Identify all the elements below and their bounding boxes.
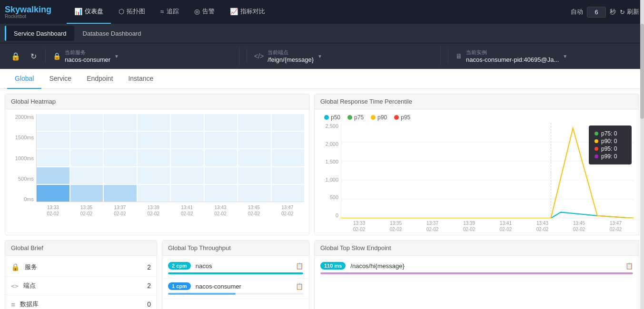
throughput-name-2: nacos-consumer — [191, 283, 296, 290]
rx-label-3: 13:3702-02 — [426, 220, 439, 232]
nav-items: 📊 仪表盘 ⬡ 拓扑图 ≈ 追踪 ◎ 告警 📈 指标对比 — [67, 0, 571, 24]
heatmap-cell — [70, 167, 103, 184]
y-label-1000: 1000ms — [15, 155, 34, 161]
nav-item-topology[interactable]: ⬡ 拓扑图 — [111, 0, 153, 24]
service-icon: 🔒 — [53, 52, 61, 60]
auto-label: 自动 — [571, 8, 583, 16]
throughput-copy-1[interactable]: 📋 — [296, 262, 303, 270]
scrollbar-thumb[interactable] — [640, 24, 644, 119]
refresh-button[interactable]: ↻ 刷新 — [620, 8, 639, 16]
endpoint-icon: </> — [254, 52, 264, 60]
heatmap-grid — [37, 114, 304, 202]
heatmap-col-1 — [37, 114, 69, 202]
main-content: Global Service Endpoint Instance Global … — [0, 69, 644, 309]
current-instance-label: 当前实例 — [466, 49, 559, 56]
brief-endpoint-label: 端点 — [23, 281, 143, 290]
tooltip-dot-p95 — [594, 147, 598, 151]
response-panel: Global Response Time Percentile p50 p75 — [314, 94, 639, 235]
heatmap-body: 2000ms 1500ms 1000ms 500ms 0ms — [5, 109, 309, 223]
scrollbar[interactable] — [640, 0, 644, 309]
interval-input[interactable]: 6 — [587, 7, 606, 18]
slow-badge-1: 110 ms — [320, 262, 346, 270]
instance-dropdown-arrow[interactable]: ▼ — [563, 54, 567, 59]
nav-item-alert[interactable]: ◎ 告警 — [187, 0, 222, 24]
rx-label-1: 13:3302-02 — [353, 220, 366, 232]
tab-endpoint[interactable]: Endpoint — [79, 69, 120, 89]
slow-name-1: /nacos/hi{message} — [346, 262, 625, 270]
current-endpoint-value: /feign/{message} — [268, 56, 314, 63]
y-2000: 2,000 — [325, 141, 338, 147]
dashboard-body: Global Heatmap 2000ms 1500ms 1000ms 500m… — [0, 89, 644, 309]
selector-bar: 🔒 ↻ 🔒 当前服务 nacos-consumer ▼ </> 当前端点 /fe… — [0, 43, 644, 69]
x-label-1: 13:3302-02 — [47, 204, 59, 217]
tab-global[interactable]: Global — [7, 69, 41, 89]
x-label-8: 13:4702-02 — [281, 204, 294, 217]
heatmap-col-3 — [104, 114, 137, 202]
response-body: p50 p75 p90 p95 — [315, 109, 639, 235]
heatmap-cell — [171, 149, 204, 166]
tab-instance[interactable]: Instance — [120, 69, 161, 89]
refresh-icon: ↻ — [620, 9, 625, 16]
y-label-0: 0ms — [24, 196, 34, 202]
refresh-selector-icon[interactable]: ↻ — [27, 49, 40, 63]
nav-label-dashboard: 仪表盘 — [85, 7, 103, 16]
tooltip-p75-label: p75: 0 — [601, 130, 617, 137]
brief-service-label: 服务 — [25, 263, 142, 271]
brand-logo: Skywalking — [5, 5, 51, 14]
throughput-copy-2[interactable]: 📋 — [296, 283, 303, 290]
throughput-item-1: 2 cpm nacos 📋 — [162, 258, 309, 279]
heatmap-cell — [104, 132, 137, 148]
heatmap-cell — [272, 149, 305, 166]
dashboard-icon: 📊 — [74, 8, 82, 15]
slow-copy-1[interactable]: 📋 — [625, 262, 633, 270]
brief-item-endpoint: <> 端点 2 — [5, 277, 157, 295]
response-header: Global Response Time Percentile — [315, 94, 639, 109]
response-chart: p75: 0 p90: 0 p95: 0 — [319, 123, 634, 232]
tab-service-dashboard[interactable]: Service Dashboard — [5, 26, 74, 41]
rx-label-5: 13:4102-02 — [500, 220, 512, 232]
heatmap-cell — [138, 132, 170, 148]
lock-icon[interactable]: 🔒 — [7, 49, 24, 63]
heatmap-cell — [205, 114, 238, 131]
heatmap-cell — [138, 167, 170, 184]
legend-p90: p90 — [371, 114, 387, 121]
alert-icon: ◎ — [194, 8, 200, 15]
heatmap-cell — [238, 114, 271, 131]
page-tabs: Global Service Endpoint Instance — [0, 69, 644, 89]
heatmap-cell — [70, 132, 103, 148]
rx-label-4: 13:3902-02 — [463, 220, 476, 232]
throughput-badge-2: 1 cpm — [168, 282, 191, 290]
throughput-item-1-header: 2 cpm nacos 📋 — [168, 262, 303, 270]
heatmap-cell — [205, 132, 238, 148]
tooltip-row-p75: p75: 0 — [594, 130, 626, 137]
throughput-panel: Global Top Throughput 2 cpm nacos 📋 — [162, 240, 309, 309]
heatmap-cell — [171, 185, 204, 202]
legend-p95: p95 — [394, 114, 410, 121]
legend-p75: p75 — [347, 114, 364, 121]
heatmap-header: Global Heatmap — [5, 94, 309, 109]
tooltip-p99-label: p99: 0 — [601, 153, 617, 160]
nav-item-trace[interactable]: ≈ 追踪 — [153, 0, 187, 24]
tooltip-dot-p90 — [594, 139, 598, 143]
metrics-icon: 📈 — [230, 8, 238, 15]
y-1500: 1,500 — [325, 159, 338, 164]
heatmap-chart: 2000ms 1500ms 1000ms 500ms 0ms — [10, 114, 304, 219]
nav-item-metrics[interactable]: 📈 指标对比 — [222, 0, 273, 24]
instance-icon: 🖥 — [456, 52, 462, 60]
legend-label-p75: p75 — [354, 114, 364, 121]
x-label-4: 13:3902-02 — [148, 204, 160, 217]
heatmap-cell — [272, 185, 305, 202]
tab-service[interactable]: Service — [41, 69, 79, 89]
endpoint-dropdown-arrow[interactable]: ▼ — [317, 54, 322, 59]
throughput-bar-wrap-1 — [168, 272, 303, 274]
heatmap-cell — [272, 167, 305, 184]
heatmap-cell — [37, 149, 69, 166]
tab-database-dashboard[interactable]: Database Dashboard — [75, 26, 149, 41]
heatmap-col-5 — [171, 114, 204, 202]
service-dropdown-arrow[interactable]: ▼ — [114, 54, 119, 59]
heatmap-cell — [37, 167, 69, 184]
nav-item-dashboard[interactable]: 📊 仪表盘 — [67, 0, 111, 24]
heatmap-panel: Global Heatmap 2000ms 1500ms 1000ms 500m… — [5, 94, 309, 235]
throughput-bar-1 — [168, 272, 303, 274]
legend-dot-p75 — [347, 115, 352, 120]
